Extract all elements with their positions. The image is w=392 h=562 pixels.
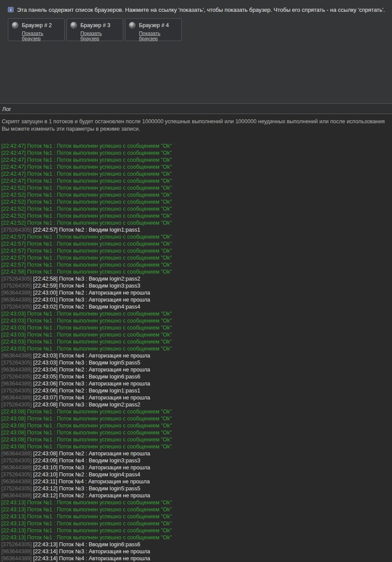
info-icon: i xyxy=(8,7,14,12)
log-line: [22:43:08] Поток №1 : Поток выполнен усп… xyxy=(1,436,392,443)
log-message: [22:42:52] Поток №1 : Поток выполнен усп… xyxy=(1,220,172,226)
log-thread-id: [963644389] xyxy=(1,479,33,485)
log-line: [22:42:47] Поток №1 : Поток выполнен усп… xyxy=(1,177,392,184)
log-line: [963644389] [22:43:14] Поток №4 : Автори… xyxy=(1,555,392,562)
log-thread-id: [375264305] xyxy=(1,304,33,310)
log-line: [375264305] [22:42:59] Поток №4 : Вводим… xyxy=(1,282,392,289)
log-line: [22:43:03] Поток №1 : Поток выполнен усп… xyxy=(1,324,392,331)
log-thread-id: [375264305] xyxy=(1,276,33,282)
show-browser-link[interactable]: Показать браузер xyxy=(139,31,178,41)
log-thread-id: [963644389] xyxy=(1,548,33,555)
log-line: [375264305] [22:43:05] Поток №4 : Вводим… xyxy=(1,373,392,380)
log-message: [22:43:08] Поток №1 : Поток выполнен усп… xyxy=(1,437,172,443)
log-message: [22:43:07] Поток №4 : Авторизация не про… xyxy=(33,395,150,401)
log-thread-id: [375264305] xyxy=(1,472,33,478)
log-line: [22:42:47] Поток №1 : Поток выполнен усп… xyxy=(1,163,392,170)
log-message: [22:43:08] Поток №1 : Поток выполнен усп… xyxy=(1,444,172,450)
log-line: [22:42:52] Поток №1 : Поток выполнен усп… xyxy=(1,205,392,212)
log-message: [22:43:09] Поток №4 : Вводим login3:pass… xyxy=(33,458,140,464)
log-message: [22:43:02] Поток №2 : Вводим login4:pass… xyxy=(33,304,140,310)
log-message: [22:42:59] Поток №4 : Вводим login3:pass… xyxy=(33,283,140,289)
log-message: [22:42:52] Поток №1 : Поток выполнен усп… xyxy=(1,185,172,191)
browser-card: Браузер # 3Показать браузер xyxy=(66,18,123,41)
browser-icon xyxy=(129,22,135,28)
log-message: [22:43:00] Поток №2 : Авторизация не про… xyxy=(33,290,150,296)
log-line: [22:43:13] Поток №1 : Поток выполнен усп… xyxy=(1,520,392,527)
log-message: [22:43:03] Поток №4 : Авторизация не про… xyxy=(33,353,150,359)
log-message: [22:43:03] Поток №1 : Поток выполнен усп… xyxy=(1,318,172,324)
log-message: [22:43:01] Поток №3 : Авторизация не про… xyxy=(33,297,150,303)
log-message: [22:43:13] Поток №1 : Поток выполнен усп… xyxy=(1,520,172,527)
log-line: [22:42:57] Поток №1 : Поток выполнен усп… xyxy=(1,240,392,247)
log-message: [22:42:57] Поток №2 : Вводим login1:pass… xyxy=(33,227,140,233)
log-message: [22:42:47] Поток №1 : Поток выполнен усп… xyxy=(1,157,172,163)
log-message: [22:43:03] Поток №1 : Поток выполнен усп… xyxy=(1,332,172,338)
log-line: [22:42:52] Поток №1 : Поток выполнен усп… xyxy=(1,212,392,219)
log-message: [22:43:14] Поток №4 : Авторизация не про… xyxy=(33,555,150,562)
log-list: [22:42:47] Поток №1 : Поток выполнен усп… xyxy=(0,142,392,562)
log-message: [22:43:04] Поток №2 : Авторизация не про… xyxy=(33,367,150,373)
log-message: [22:42:47] Поток №1 : Поток выполнен усп… xyxy=(1,164,172,170)
log-thread-id: [375264305] xyxy=(1,486,33,492)
log-message: [22:43:03] Поток №1 : Поток выполнен усп… xyxy=(1,346,172,352)
log-line: [22:42:52] Поток №1 : Поток выполнен усп… xyxy=(1,184,392,191)
log-thread-id: [963644389] xyxy=(1,367,33,373)
log-message: [22:42:47] Поток №1 : Поток выполнен усп… xyxy=(1,150,172,156)
log-message: [22:43:08] Поток №2 : Авторизация не про… xyxy=(33,451,150,457)
log-line: [22:43:08] Поток №1 : Поток выполнен усп… xyxy=(1,429,392,436)
browser-card-title: Браузер # 3 xyxy=(80,22,111,28)
show-browser-link[interactable]: Показать браузер xyxy=(22,31,61,41)
log-message: [22:43:03] Поток №1 : Поток выполнен усп… xyxy=(1,339,172,345)
browsers-panel: i Эта панель содержит список браузеров. … xyxy=(0,0,392,103)
log-line: [963644389] [22:43:03] Поток №4 : Автори… xyxy=(1,352,392,359)
log-line: [22:43:13] Поток №1 : Поток выполнен усп… xyxy=(1,534,392,541)
browser-cards: Браузер # 2Показать браузерБраузер # 3По… xyxy=(8,18,392,41)
log-line: [22:42:52] Поток №1 : Поток выполнен усп… xyxy=(1,219,392,226)
log-thread-id: [375264305] xyxy=(1,360,33,366)
log-line: [963644389] [22:43:07] Поток №4 : Автори… xyxy=(1,394,392,401)
log-thread-id: [375264305] xyxy=(1,388,33,394)
log-line: [963644389] [22:43:06] Поток №3 : Автори… xyxy=(1,380,392,387)
log-thread-id: [963644389] xyxy=(1,381,33,387)
log-message: [22:43:13] Поток №1 : Поток выполнен усп… xyxy=(1,534,172,541)
log-line: [963644389] [22:43:10] Поток №3 : Автори… xyxy=(1,464,392,471)
log-thread-id: [375264305] xyxy=(1,458,33,464)
log-line: [22:43:13] Поток №1 : Поток выполнен усп… xyxy=(1,527,392,534)
log-line: [375264305] [22:42:57] Поток №2 : Вводим… xyxy=(1,226,392,233)
log-message: [22:42:57] Поток №1 : Поток выполнен усп… xyxy=(1,262,172,268)
log-line: [375264305] [22:43:13] Поток №4 : Вводим… xyxy=(1,541,392,548)
log-message: [22:43:13] Поток №1 : Поток выполнен усп… xyxy=(1,506,172,513)
log-line: [375264305] [22:43:08] Поток №3 : Вводим… xyxy=(1,401,392,408)
log-line: [963644389] [22:43:11] Поток №4 : Автори… xyxy=(1,478,392,485)
script-info: Скрипт запущен в 1 потоков и будет остан… xyxy=(0,114,392,133)
log-line: [22:42:57] Поток №1 : Поток выполнен усп… xyxy=(1,254,392,261)
log-thread-id: [963644389] xyxy=(1,465,33,471)
browser-card-title-row: Браузер # 3 xyxy=(70,22,119,28)
log-message: [22:43:11] Поток №4 : Авторизация не про… xyxy=(33,479,150,485)
log-line: [22:42:57] Поток №1 : Поток выполнен усп… xyxy=(1,233,392,240)
log-line: [22:43:13] Поток №1 : Поток выполнен усп… xyxy=(1,499,392,506)
log-line: [22:43:08] Поток №1 : Поток выполнен усп… xyxy=(1,408,392,415)
panel-hint-text: Эта панель содержит список браузеров. На… xyxy=(17,7,385,13)
panel-hint-row: i Эта панель содержит список браузеров. … xyxy=(0,0,392,13)
log-message: [22:43:10] Поток №3 : Авторизация не про… xyxy=(33,465,150,471)
log-message: [22:42:47] Поток №1 : Поток выполнен усп… xyxy=(1,171,172,177)
browser-card: Браузер # 4Показать браузер xyxy=(125,18,182,41)
log-message: [22:43:03] Поток №1 : Поток выполнен усп… xyxy=(1,311,172,317)
log-message: [22:42:57] Поток №1 : Поток выполнен усп… xyxy=(1,255,172,261)
log-line: [375264305] [22:42:58] Поток №3 : Вводим… xyxy=(1,275,392,282)
log-line: [22:43:13] Поток №1 : Поток выполнен усп… xyxy=(1,506,392,513)
log-line: [22:43:03] Поток №1 : Поток выполнен усп… xyxy=(1,338,392,345)
browser-card: Браузер # 2Показать браузер xyxy=(8,18,65,41)
log-line: [963644389] [22:43:08] Поток №2 : Автори… xyxy=(1,450,392,457)
log-thread-id: [375264305] xyxy=(1,541,33,548)
log-line: [22:42:52] Поток №1 : Поток выполнен усп… xyxy=(1,191,392,198)
log-message: [22:43:03] Поток №1 : Поток выполнен усп… xyxy=(1,325,172,331)
log-thread-id: [963644389] xyxy=(1,395,33,401)
log-line: [963644389] [22:43:12] Поток №2 : Автори… xyxy=(1,492,392,499)
log-line: [22:42:52] Поток №1 : Поток выполнен усп… xyxy=(1,198,392,205)
log-message: [22:42:52] Поток №1 : Поток выполнен усп… xyxy=(1,199,172,205)
log-message: [22:42:57] Поток №1 : Поток выполнен усп… xyxy=(1,234,172,240)
log-message: [22:43:06] Поток №2 : Вводим login1:pass… xyxy=(33,388,140,394)
show-browser-link[interactable]: Показать браузер xyxy=(80,31,119,41)
